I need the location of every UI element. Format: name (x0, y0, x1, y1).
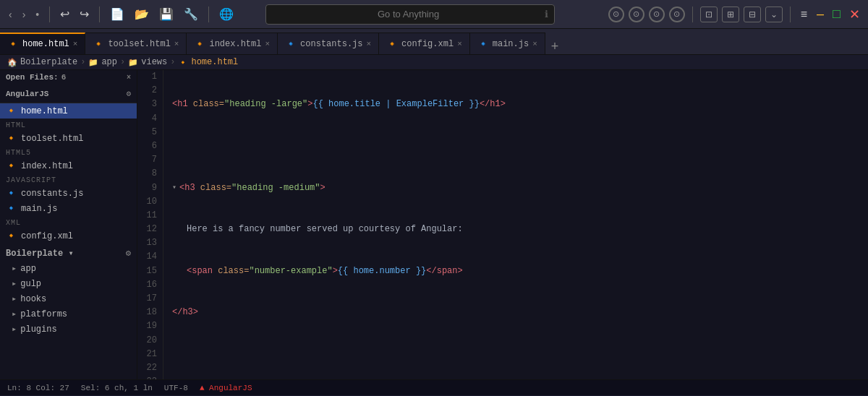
tab-index-close[interactable]: × (265, 40, 270, 48)
code-lines: <h1 class="heading -large">{{ home.title… (163, 70, 868, 379)
hamburger-menu-btn[interactable]: ≡ (798, 7, 810, 22)
circle-btn-1[interactable]: ⊙ (608, 7, 624, 22)
window-maximize-btn[interactable]: □ (830, 7, 843, 22)
code-editor[interactable]: 1 2 3 4 5 6 7 8 9 10 11 12 13 14 15 16 1… (137, 70, 868, 379)
breadcrumb-app[interactable]: app (101, 57, 117, 67)
globe-btn[interactable]: 🌐 (216, 6, 237, 22)
layout-split-btn[interactable]: ⊞ (722, 7, 739, 22)
tool-btn[interactable]: 🔧 (181, 6, 201, 22)
circle-btn-3[interactable]: ⊙ (649, 7, 665, 22)
line-num-8: 8 (143, 167, 157, 181)
breadcrumb-home-icon: 🏠 (7, 58, 17, 67)
tab-config[interactable]: 🔸 config.xml × (379, 33, 470, 54)
sidebar-item-main[interactable]: 🔹 main.js (0, 201, 137, 216)
tab-constants-icon: 🔹 (285, 38, 297, 50)
line-num-23: 23 (143, 375, 157, 379)
breadcrumb-views-icon: 📁 (128, 58, 138, 67)
sidebar-item-index[interactable]: 🔸 index.html (0, 158, 137, 173)
tab-index-icon: 🔸 (194, 38, 205, 50)
search-input[interactable] (272, 9, 545, 20)
folder-platforms-icon: ▸ (12, 309, 17, 319)
new-tab-btn[interactable]: + (545, 39, 565, 54)
undo-btn[interactable]: ↩ (57, 6, 72, 22)
tab-main-close[interactable]: × (532, 40, 537, 48)
nav-dot-btn[interactable]: • (33, 7, 42, 22)
new-file-btn[interactable]: 📄 (107, 6, 127, 22)
line-num-4: 4 (143, 112, 157, 126)
folder-hooks[interactable]: ▸ hooks (0, 291, 137, 306)
toolbar-right: ⊙ ⊙ ⊙ ⊙ ⊡ ⊞ ⊟ ⌄ ≡ – □ ✕ (608, 7, 862, 22)
code-line-7 (172, 348, 859, 361)
project-gear-icon[interactable]: ⚙ (126, 248, 131, 259)
toolbar-divider-4 (692, 7, 693, 22)
code-line-2 (172, 139, 859, 153)
index-label: index.html (21, 161, 73, 171)
tab-toolset-label: toolset.html (108, 39, 170, 49)
breadcrumb-file[interactable]: home.html (191, 57, 238, 67)
code-area: 1 2 3 4 5 6 7 8 9 10 11 12 13 14 15 16 1… (137, 70, 868, 379)
tab-home[interactable]: 🔸 home.html × (0, 33, 85, 54)
breadcrumb-views[interactable]: views (141, 57, 167, 67)
redo-btn[interactable]: ↪ (77, 6, 92, 22)
tab-home-label: home.html (22, 39, 69, 49)
angularjs-header: AngularJS ⚙ (0, 85, 137, 103)
tab-config-close[interactable]: × (457, 40, 462, 48)
tab-main-icon: 🔹 (477, 38, 489, 50)
layout-menu-btn[interactable]: ⌄ (765, 7, 783, 22)
folder-platforms[interactable]: ▸ platforms (0, 306, 137, 322)
folder-plugins-label: plugins (20, 324, 56, 335)
save-file-btn[interactable]: 💾 (156, 6, 176, 22)
nav-forward-btn[interactable]: › (20, 7, 29, 22)
nav-back-btn[interactable]: ‹ (6, 7, 15, 22)
folder-plugins-icon: ▸ (12, 324, 17, 335)
project-header: Boilerplate ▾ ⚙ (0, 244, 137, 261)
sidebar-item-constants[interactable]: 🔹 constants.js (0, 186, 137, 201)
status-position: Ln: 8 Col: 27 (7, 384, 69, 392)
tab-config-label: config.xml (401, 39, 454, 49)
open-files-header: Open Files: 6 × (0, 70, 137, 85)
layout-triple-btn[interactable]: ⊟ (744, 7, 761, 22)
folder-app[interactable]: ▸ app (0, 261, 137, 276)
circle-btn-4[interactable]: ⊙ (669, 7, 685, 22)
line-num-14: 14 (143, 250, 157, 264)
project-label: Boilerplate ▾ (6, 248, 74, 259)
sidebar-item-home[interactable]: 🔸 home.html (0, 103, 137, 119)
sidebar-section-js: JavaScript (0, 173, 137, 186)
sidebar-item-toolset[interactable]: 🔸 toolset.html (0, 131, 137, 146)
tab-main[interactable]: 🔹 main.js × (470, 33, 545, 54)
tab-toolset-close[interactable]: × (174, 40, 179, 48)
tab-home-icon: 🔸 (7, 38, 19, 50)
window-minimize-btn[interactable]: – (814, 7, 826, 22)
tab-constants-close[interactable]: × (367, 40, 372, 48)
breadcrumb-boilerplate[interactable]: Boilerplate (20, 57, 77, 67)
status-sel: Sel: 6 ch, 1 ln (81, 384, 153, 392)
folder-gulp[interactable]: ▸ gulp (0, 276, 137, 291)
angularjs-gear-icon[interactable]: ⚙ (126, 89, 131, 98)
angularjs-label: AngularJS (6, 90, 48, 98)
open-file-btn[interactable]: 📂 (132, 6, 152, 22)
folder-plugins[interactable]: ▸ plugins (0, 322, 137, 337)
tab-toolset[interactable]: 🔸 toolset.html × (85, 33, 187, 54)
window-close-btn[interactable]: ✕ (847, 7, 862, 22)
sidebar-item-config[interactable]: 🔸 config.xml (0, 228, 137, 244)
line-num-17: 17 (143, 292, 157, 306)
index-icon: 🔸 (6, 160, 17, 171)
tab-home-close[interactable]: × (73, 40, 78, 48)
search-info-icon: ℹ (545, 9, 548, 20)
line-num-7: 7 (143, 153, 157, 167)
folder-hooks-icon: ▸ (12, 293, 17, 304)
breadcrumb: 🏠 Boilerplate › 📁 app › 📁 views › 🔸 home… (0, 55, 868, 70)
main-label: main.js (21, 204, 57, 214)
folder-gulp-label: gulp (20, 279, 41, 289)
tab-index-label: index.html (209, 39, 261, 49)
open-files-close[interactable]: × (127, 74, 131, 82)
tab-constants[interactable]: 🔹 constants.js × (278, 33, 379, 54)
folder-platforms-label: platforms (20, 309, 67, 319)
tab-index[interactable]: 🔸 index.html × (187, 33, 278, 54)
sidebar-section-html: HTML (0, 119, 137, 131)
circle-btn-2[interactable]: ⊙ (629, 7, 644, 22)
line-num-22: 22 (143, 361, 157, 375)
sidebar: Open Files: 6 × AngularJS ⚙ 🔸 home.html … (0, 70, 137, 379)
line-num-12: 12 (143, 223, 157, 236)
layout-single-btn[interactable]: ⊡ (700, 7, 718, 22)
